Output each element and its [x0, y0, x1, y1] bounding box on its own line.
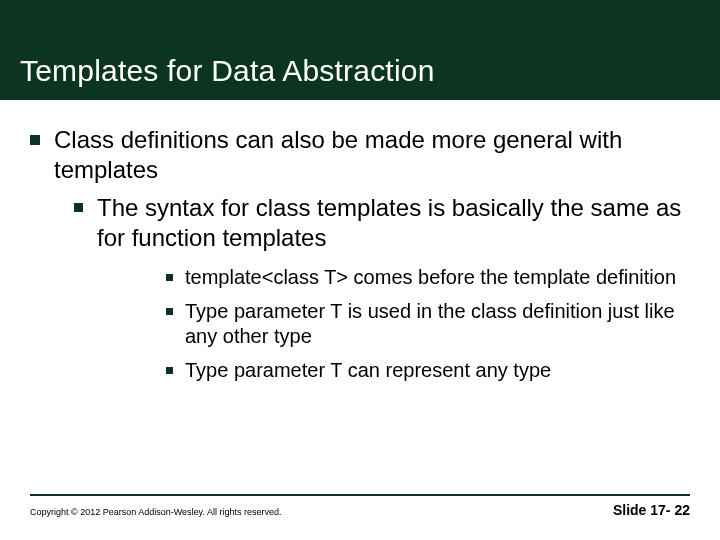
bullet-text: Type parameter T is used in the class de…	[185, 299, 690, 350]
list-item: template<class T> comes before the templ…	[166, 265, 690, 291]
square-bullet-icon	[30, 135, 40, 145]
bullet-text: Type parameter T can represent any type	[185, 358, 690, 384]
sub-sublist: template<class T> comes before the templ…	[166, 265, 690, 383]
footer-divider	[30, 494, 690, 496]
square-bullet-icon	[166, 308, 173, 315]
square-bullet-icon	[74, 203, 83, 212]
slide: Templates for Data Abstraction Class def…	[0, 0, 720, 540]
bullet-text: The syntax for class templates is basica…	[97, 193, 690, 253]
slide-number: Slide 17- 22	[613, 502, 690, 518]
title-band: Templates for Data Abstraction	[0, 0, 720, 100]
footer: Copyright © 2012 Pearson Addison-Wesley.…	[0, 494, 720, 518]
list-item: Type parameter T can represent any type	[166, 358, 690, 384]
list-item: Class definitions can also be made more …	[30, 125, 690, 185]
square-bullet-icon	[166, 274, 173, 281]
list-item: Type parameter T is used in the class de…	[166, 299, 690, 350]
slide-title: Templates for Data Abstraction	[20, 54, 435, 88]
copyright-text: Copyright © 2012 Pearson Addison-Wesley.…	[30, 507, 281, 517]
bullet-text: template<class T> comes before the templ…	[185, 265, 690, 291]
list-item: The syntax for class templates is basica…	[74, 193, 690, 253]
footer-row: Copyright © 2012 Pearson Addison-Wesley.…	[30, 502, 690, 518]
square-bullet-icon	[166, 367, 173, 374]
sublist: The syntax for class templates is basica…	[74, 193, 690, 383]
slide-body: Class definitions can also be made more …	[30, 125, 690, 470]
bullet-text: Class definitions can also be made more …	[54, 125, 690, 185]
